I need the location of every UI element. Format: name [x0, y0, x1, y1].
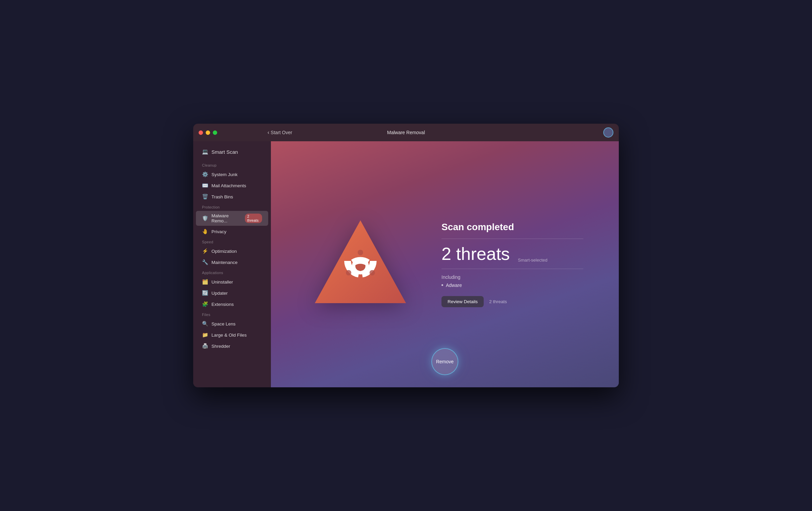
- maintenance-icon: 🔧: [202, 259, 208, 265]
- system-junk-icon: ⚙️: [202, 171, 208, 177]
- mail-attachments-label: Mail Attachments: [211, 183, 246, 188]
- trash-bins-label: Trash Bins: [211, 194, 233, 199]
- sidebar-item-privacy[interactable]: 🤚 Privacy: [196, 226, 268, 237]
- main-panel: Scan completed 2 threats Smart-selected …: [271, 141, 619, 387]
- space-lens-icon: 🔍: [202, 321, 208, 327]
- biohazard-icon: [310, 214, 411, 315]
- sidebar-item-extensions[interactable]: 🧩 Extensions: [196, 299, 268, 310]
- smart-scan-label: Smart Scan: [211, 149, 238, 155]
- extensions-label: Extensions: [211, 302, 234, 307]
- content-area: 💻 Smart Scan Cleanup ⚙️ System Junk ✉️ M…: [193, 141, 619, 387]
- section-label-cleanup: Cleanup: [193, 161, 271, 169]
- svg-point-2: [346, 270, 351, 275]
- back-button-label: Start Over: [271, 130, 292, 135]
- large-old-files-icon: 📁: [202, 332, 208, 338]
- divider-1: [441, 239, 583, 239]
- divider-2: [441, 269, 583, 269]
- optimization-label: Optimization: [211, 249, 237, 254]
- including-label: Including: [441, 274, 583, 280]
- title-bar-center: Malware Removal: [387, 130, 425, 135]
- svg-point-3: [370, 270, 375, 275]
- shredder-icon: 🖨️: [202, 343, 208, 349]
- bullet-icon: [441, 284, 443, 286]
- threats-count: 2 threats: [441, 245, 510, 263]
- uninstaller-label: Uninstaller: [211, 279, 233, 285]
- action-row: Review Details 2 threats: [441, 296, 583, 307]
- malware-removal-icon: 🛡️: [202, 215, 208, 221]
- review-threats-count: 2 threats: [489, 299, 507, 304]
- section-label-protection: Protection: [193, 202, 271, 211]
- sidebar: 💻 Smart Scan Cleanup ⚙️ System Junk ✉️ M…: [193, 141, 271, 387]
- biohazard-container: [306, 210, 414, 318]
- remove-button[interactable]: Remove: [431, 348, 458, 375]
- avatar-button[interactable]: [603, 127, 613, 138]
- uninstaller-icon: 🗂️: [202, 279, 208, 285]
- sidebar-item-large-old-files[interactable]: 📁 Large & Old Files: [196, 330, 268, 340]
- close-button[interactable]: [199, 130, 203, 135]
- sidebar-item-maintenance[interactable]: 🔧 Maintenance: [196, 257, 268, 268]
- title-bar: ‹ Start Over Malware Removal: [193, 124, 619, 141]
- extensions-icon: 🧩: [202, 301, 208, 307]
- mail-attachments-icon: ✉️: [202, 182, 208, 189]
- app-window: ‹ Start Over Malware Removal 💻 Smart Sca…: [193, 124, 619, 387]
- shredder-label: Shredder: [211, 344, 230, 349]
- threats-row: 2 threats Smart-selected: [441, 245, 583, 263]
- svg-point-1: [358, 250, 363, 255]
- scan-content: Scan completed 2 threats Smart-selected …: [271, 210, 619, 318]
- sidebar-item-uninstaller[interactable]: 🗂️ Uninstaller: [196, 276, 268, 287]
- sidebar-item-malware-removal[interactable]: 🛡️ Malware Remo... 2 threats: [196, 211, 268, 226]
- privacy-icon: 🤚: [202, 228, 208, 235]
- privacy-label: Privacy: [211, 229, 226, 234]
- smart-selected-label: Smart-selected: [518, 258, 547, 263]
- adware-label: Adware: [446, 283, 462, 288]
- updater-icon: 🔄: [202, 290, 208, 296]
- section-label-files: Files: [193, 310, 271, 318]
- scan-completed-title: Scan completed: [441, 222, 583, 233]
- section-label-applications: Applications: [193, 268, 271, 276]
- section-label-speed: Speed: [193, 237, 271, 245]
- review-details-button[interactable]: Review Details: [441, 296, 484, 307]
- sidebar-item-system-junk[interactable]: ⚙️ System Junk: [196, 169, 268, 180]
- trash-bins-icon: 🗑️: [202, 194, 208, 200]
- window-title: Malware Removal: [387, 130, 425, 135]
- system-junk-label: System Junk: [211, 172, 237, 177]
- optimization-icon: ⚡: [202, 248, 208, 254]
- sidebar-item-smart-scan[interactable]: 💻 Smart Scan: [196, 146, 268, 158]
- traffic-lights: [199, 130, 217, 135]
- space-lens-label: Space Lens: [211, 321, 235, 326]
- sidebar-item-space-lens[interactable]: 🔍 Space Lens: [196, 318, 268, 329]
- sidebar-item-shredder[interactable]: 🖨️ Shredder: [196, 341, 268, 351]
- sidebar-item-trash-bins[interactable]: 🗑️ Trash Bins: [196, 191, 268, 202]
- sidebar-item-optimization[interactable]: ⚡ Optimization: [196, 246, 268, 257]
- threat-list-item-adware: Adware: [441, 283, 583, 288]
- minimize-button[interactable]: [206, 130, 210, 135]
- malware-removal-label: Malware Remo...: [211, 213, 242, 223]
- updater-label: Updater: [211, 291, 228, 296]
- large-old-files-label: Large & Old Files: [211, 333, 247, 338]
- back-button[interactable]: ‹ Start Over: [268, 129, 292, 136]
- threat-badge: 2 threats: [245, 214, 262, 223]
- remove-button-container: Remove: [431, 348, 458, 375]
- maximize-button[interactable]: [213, 130, 217, 135]
- sidebar-item-mail-attachments[interactable]: ✉️ Mail Attachments: [196, 180, 268, 191]
- results-panel: Scan completed 2 threats Smart-selected …: [441, 222, 583, 307]
- smart-scan-icon: 💻: [202, 149, 208, 155]
- maintenance-label: Maintenance: [211, 260, 237, 265]
- sidebar-item-updater[interactable]: 🔄 Updater: [196, 288, 268, 298]
- back-arrow-icon: ‹: [268, 129, 269, 136]
